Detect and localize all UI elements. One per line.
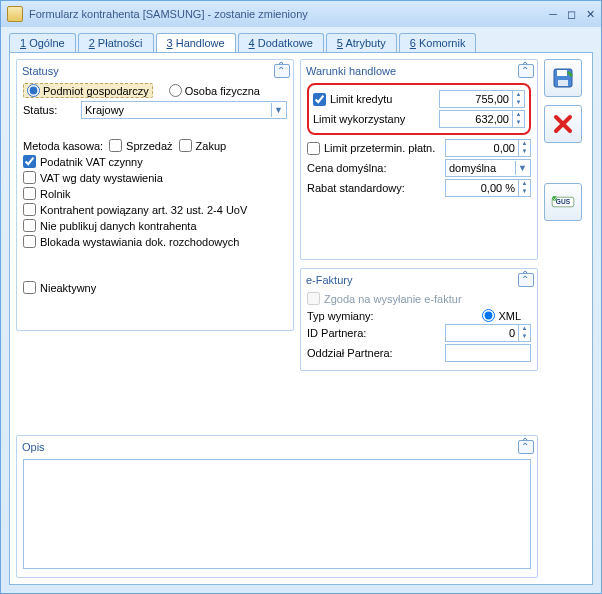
efaktury-group: e-Faktury Zgoda na wysyłanie e-faktur Ty… xyxy=(300,268,538,371)
oddzial-partnera-label: Oddział Partnera: xyxy=(307,347,441,359)
cancel-button[interactable] xyxy=(544,105,582,143)
check-rolnik[interactable]: Rolnik xyxy=(23,187,287,200)
tab-atrybuty[interactable]: 5 Atrybuty xyxy=(326,33,397,52)
id-partnera-label: ID Partnera: xyxy=(307,327,441,339)
svg-rect-1 xyxy=(557,70,567,76)
limit-wykorzystany-input[interactable]: 632,00▲▼ xyxy=(439,110,525,128)
cena-domyslna-combo[interactable]: domyślna▼ xyxy=(445,159,531,177)
svg-text:GUS: GUS xyxy=(556,198,571,205)
chevron-down-icon: ▼ xyxy=(271,103,285,117)
app-icon xyxy=(7,6,23,22)
tab-bar: 1 Ogólne 2 Płatności 3 Handlowe 4 Dodatk… xyxy=(1,27,601,52)
collapse-icon[interactable] xyxy=(518,440,534,454)
limit-kredytu-input[interactable]: 755,00▲▼ xyxy=(439,90,525,108)
warunki-title: Warunki handlowe xyxy=(304,63,518,79)
check-limit-kredytu[interactable]: Limit kredytu xyxy=(313,93,435,106)
radio-xml[interactable]: XML xyxy=(482,309,521,322)
chevron-down-icon: ▼ xyxy=(515,161,529,175)
rabat-label: Rabat standardowy: xyxy=(307,182,441,194)
cena-domyslna-label: Cena domyślna: xyxy=(307,162,441,174)
check-vat-czynny[interactable]: Podatnik VAT czynny xyxy=(23,155,287,168)
close-button[interactable]: ✕ xyxy=(586,8,595,21)
check-nie-publikuj[interactable]: Nie publikuj danych kontrahenta xyxy=(23,219,287,232)
title-bar: Formularz kontrahenta [SAMSUNG] - zostan… xyxy=(1,1,601,27)
collapse-icon[interactable] xyxy=(518,64,534,78)
tab-ogolne[interactable]: 1 Ogólne xyxy=(9,33,76,52)
check-vat-data[interactable]: VAT wg daty wystawienia xyxy=(23,171,287,184)
check-sprzedaz[interactable]: Sprzedaż xyxy=(109,139,172,152)
check-zgoda-efaktur[interactable]: Zgoda na wysyłanie e-faktur xyxy=(307,292,531,305)
close-icon xyxy=(551,112,575,136)
status-combo[interactable]: Krajowy▼ xyxy=(81,101,287,119)
statusy-title: Statusy xyxy=(20,63,274,79)
collapse-icon[interactable] xyxy=(518,273,534,287)
check-powiazany[interactable]: Kontrahent powiązany art. 32 ust. 2-4 Uo… xyxy=(23,203,287,216)
efaktury-title: e-Faktury xyxy=(304,272,518,288)
save-button[interactable] xyxy=(544,59,582,97)
check-zakup[interactable]: Zakup xyxy=(179,139,227,152)
svg-rect-2 xyxy=(558,80,568,86)
radio-podmiot-gospodarczy[interactable]: Podmiot gospodarczy xyxy=(23,83,153,98)
metoda-label: Metoda kasowa: xyxy=(23,140,103,152)
maximize-button[interactable]: ◻ xyxy=(567,8,576,21)
gus-button[interactable]: GUS xyxy=(544,183,582,221)
opis-title: Opis xyxy=(20,439,518,455)
limit-przeterm-input[interactable]: 0,00▲▼ xyxy=(445,139,531,157)
statusy-group: Statusy Podmiot gospodarczy Osoba fizycz… xyxy=(16,59,294,331)
oddzial-partnera-input[interactable] xyxy=(445,344,531,362)
check-nieaktywny[interactable]: Nieaktywny xyxy=(23,281,287,294)
radio-osoba-fizyczna[interactable]: Osoba fizyczna xyxy=(169,84,260,97)
window-title: Formularz kontrahenta [SAMSUNG] - zostan… xyxy=(29,8,549,20)
warunki-group: Warunki handlowe Limit kredytu 755,00▲▼ … xyxy=(300,59,538,260)
limit-wykorzystany-label: Limit wykorzystany xyxy=(313,113,435,125)
opis-textarea[interactable] xyxy=(23,459,531,569)
check-limit-przeterm[interactable]: Limit przetermin. płatn. xyxy=(307,142,441,155)
tab-komornik[interactable]: 6 Komornik xyxy=(399,33,477,52)
collapse-icon[interactable] xyxy=(274,64,290,78)
id-partnera-input[interactable]: 0▲▼ xyxy=(445,324,531,342)
highlighted-limits: Limit kredytu 755,00▲▼ Limit wykorzystan… xyxy=(307,83,531,135)
tab-platnosci[interactable]: 2 Płatności xyxy=(78,33,154,52)
floppy-disk-icon xyxy=(551,66,575,90)
tab-dodatkowe[interactable]: 4 Dodatkowe xyxy=(238,33,324,52)
opis-group: Opis xyxy=(16,435,538,578)
minimize-button[interactable]: ─ xyxy=(549,8,557,21)
status-label: Status: xyxy=(23,104,75,116)
tab-handlowe[interactable]: 3 Handlowe xyxy=(156,33,236,52)
typ-wymiany-label: Typ wymiany: xyxy=(307,310,478,322)
gus-icon: GUS xyxy=(551,190,575,214)
check-blokada[interactable]: Blokada wystawiania dok. rozchodowych xyxy=(23,235,287,248)
rabat-input[interactable]: 0,00 %▲▼ xyxy=(445,179,531,197)
